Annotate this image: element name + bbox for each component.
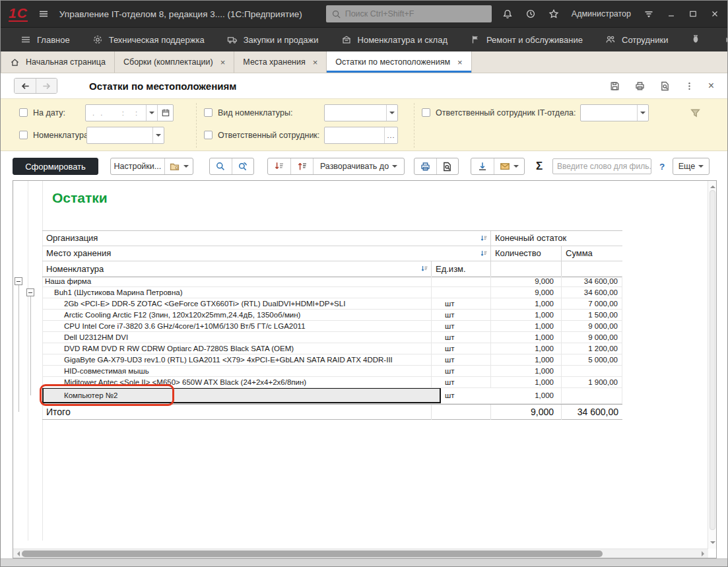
nomenclature-kind-dropdown[interactable] — [386, 105, 397, 121]
group-expander-minus[interactable] — [26, 288, 34, 296]
close-window-icon[interactable] — [710, 9, 719, 18]
more-button[interactable]: Еще — [673, 158, 709, 174]
menu-item-3[interactable]: Номенклатура и склад — [341, 34, 447, 45]
table-row[interactable]: Наша фирма9,00034 600,00 — [42, 276, 622, 287]
table-row[interactable]: HID-совместимая мышьшт1,000 — [42, 366, 622, 377]
favorites-icon[interactable] — [548, 9, 559, 19]
table-row[interactable]: Buh1 (Шустикова Марина Петровна)9,00034 … — [42, 287, 622, 298]
tab-3[interactable]: Остатки по местоположениям× — [327, 51, 471, 73]
tab-1[interactable]: Сборки (комплектации)× — [115, 51, 234, 73]
tab-0[interactable]: Начальная страница — [1, 51, 115, 73]
expand-to-button[interactable]: Разворачивать до — [313, 158, 404, 174]
money-menu-item[interactable] — [690, 34, 701, 45]
sum-button[interactable]: Σ — [531, 158, 547, 175]
row-nomenclature: Наша фирма — [42, 276, 432, 286]
1c-logo: 1С — [9, 6, 28, 22]
calendar-icon[interactable] — [157, 105, 173, 121]
group-expander-minus[interactable] — [15, 277, 22, 285]
table-row[interactable]: 2Gb <PCI-E> DDR-5 ZOTAC <GeForce GTX660T… — [42, 298, 622, 310]
nomenclature-kind-checkbox[interactable] — [204, 108, 213, 117]
table-row[interactable]: CPU Intel Core i7-3820 3.6 GHz/4core/1+1… — [42, 321, 622, 332]
settings-button[interactable]: Настройки... — [111, 158, 164, 174]
vertical-scrollbar[interactable] — [708, 181, 716, 549]
sort-icon[interactable] — [480, 250, 488, 258]
quick-filter-input[interactable]: Введите слово для филь... — [552, 158, 651, 174]
menu-item-2[interactable]: Закупки и продажи — [227, 34, 319, 45]
tab-2[interactable]: Места хранения× — [234, 51, 327, 73]
service-menu-icon[interactable] — [644, 9, 654, 19]
help-button[interactable]: ? — [657, 158, 667, 175]
current-user[interactable]: Администратор — [572, 9, 631, 18]
responsible-checkbox[interactable] — [204, 131, 213, 139]
minimize-icon[interactable] — [667, 9, 676, 18]
more-menu-icon[interactable] — [684, 81, 694, 91]
back-button[interactable] — [15, 79, 36, 93]
nomenclature-kind-input[interactable] — [324, 104, 398, 121]
menu-item-4[interactable]: Ремонт и обслуживание — [470, 34, 583, 45]
on-date-dropdown[interactable] — [146, 105, 157, 121]
horizontal-scrollbar[interactable] — [13, 549, 708, 558]
header-storage-place[interactable]: Место хранения — [42, 246, 491, 261]
it-responsible-input[interactable] — [580, 104, 649, 121]
it-responsible-dropdown[interactable] — [637, 105, 648, 121]
horizontal-scrollbar-thumb[interactable] — [22, 550, 603, 557]
global-search-input[interactable]: Поиск Ctrl+Shift+F — [326, 5, 492, 22]
forward-button[interactable] — [36, 79, 57, 93]
nomenclature-dropdown[interactable] — [152, 127, 164, 143]
chevron-right-menu-item[interactable] — [723, 36, 728, 44]
close-page-icon[interactable]: × — [708, 80, 714, 92]
print-preview-button[interactable] — [436, 158, 458, 174]
collapse-all-button[interactable] — [290, 158, 313, 174]
tab-close-icon[interactable]: × — [313, 58, 318, 67]
tab-close-icon[interactable]: × — [220, 58, 226, 67]
main-menu-icon[interactable] — [38, 9, 49, 19]
generate-button[interactable]: Сформировать — [13, 158, 98, 175]
tab-close-icon[interactable]: × — [457, 58, 463, 67]
print-button[interactable] — [414, 158, 436, 174]
total-row[interactable]: Итого 9,000 34 600,00 — [42, 404, 622, 420]
on-date-input[interactable]: . . : : — [85, 104, 174, 121]
vertical-scrollbar-thumb[interactable] — [710, 190, 715, 530]
responsible-choose-button[interactable]: ... — [384, 127, 397, 143]
menu-item-5[interactable]: Сотрудники — [605, 34, 668, 45]
save-file-button[interactable] — [471, 158, 494, 174]
maximize-icon[interactable] — [688, 9, 698, 18]
sort-icon[interactable] — [480, 234, 488, 243]
row-unit: шт — [432, 343, 491, 354]
save-icon[interactable] — [609, 81, 620, 92]
menu-item-1[interactable]: Техническая поддержка — [92, 34, 205, 45]
filter-funnel-icon[interactable] — [690, 108, 701, 119]
header-nomenclature[interactable]: Номенклатура — [42, 261, 432, 277]
header-final-balance[interactable]: Конечный остаток — [491, 231, 622, 246]
row-quantity: 1,000 — [491, 321, 562, 331]
nomenclature-input[interactable] — [86, 127, 164, 144]
table-row[interactable]: Dell U2312HM DVIшт1,0009 000,00 — [42, 332, 622, 343]
print-icon[interactable] — [634, 81, 645, 92]
report-variants-button[interactable] — [164, 158, 193, 174]
header-organization[interactable]: Организация — [42, 231, 491, 246]
send-mail-button[interactable] — [494, 158, 524, 174]
preview-icon[interactable] — [659, 81, 671, 92]
header-quantity[interactable]: Количество — [491, 246, 562, 261]
truck-icon — [227, 34, 238, 45]
responsible-input[interactable]: ... — [324, 127, 398, 144]
row-sum: 7 000,00 — [562, 298, 622, 309]
header-sum[interactable]: Сумма — [562, 246, 622, 261]
find-button[interactable] — [210, 158, 232, 174]
expand-all-button[interactable] — [268, 158, 290, 174]
nomenclature-checkbox[interactable] — [19, 131, 28, 139]
history-icon[interactable] — [525, 9, 536, 19]
on-date-checkbox[interactable] — [19, 108, 28, 117]
table-row[interactable]: DVD RAM DVD R RW CDRW Optiarc AD-7280S B… — [42, 343, 622, 354]
table-row[interactable]: Arctic Cooling Arctic F12 (3пин, 120x120… — [42, 310, 622, 321]
table-row[interactable]: GigaByte GA-X79-UD3 rev1.0 (RTL) LGA2011… — [42, 354, 622, 366]
find-next-icon — [238, 161, 248, 172]
notifications-icon[interactable] — [502, 9, 513, 19]
menu-item-0[interactable]: Главное — [20, 34, 70, 45]
it-responsible-checkbox[interactable] — [422, 108, 430, 117]
find-next-button[interactable] — [232, 158, 253, 174]
row-sum: 34 600,00 — [562, 287, 622, 298]
header-unit[interactable]: Ед.изм. — [432, 261, 491, 277]
sort-icon[interactable] — [420, 265, 429, 273]
row-nomenclature: 2Gb <PCI-E> DDR-5 ZOTAC <GeForce GTX660T… — [42, 298, 432, 309]
